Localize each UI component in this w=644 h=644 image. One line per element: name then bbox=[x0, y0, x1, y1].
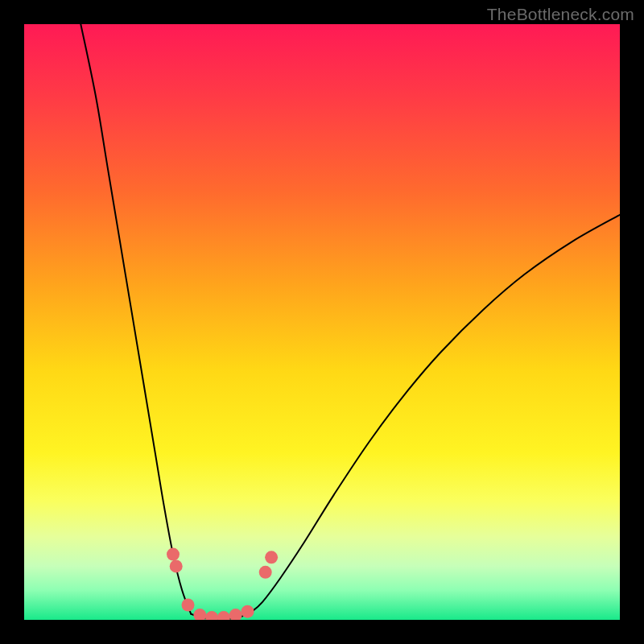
data-marker bbox=[217, 611, 230, 620]
data-marker bbox=[265, 551, 278, 564]
data-marker bbox=[229, 609, 242, 620]
plot-area bbox=[24, 24, 620, 620]
watermark-text: TheBottleneck.com bbox=[487, 5, 634, 24]
curve-right-branch bbox=[250, 215, 620, 613]
data-marker bbox=[170, 559, 183, 572]
curve-left-branch bbox=[80, 24, 191, 614]
data-marker bbox=[205, 611, 218, 620]
data-marker bbox=[193, 609, 206, 620]
data-marker bbox=[259, 566, 272, 579]
data-marker bbox=[182, 599, 195, 612]
data-marker bbox=[167, 548, 180, 561]
marker-group bbox=[167, 548, 278, 620]
data-marker bbox=[242, 605, 254, 618]
chart-frame: TheBottleneck.com bbox=[0, 0, 644, 644]
curve-svg bbox=[24, 24, 620, 620]
